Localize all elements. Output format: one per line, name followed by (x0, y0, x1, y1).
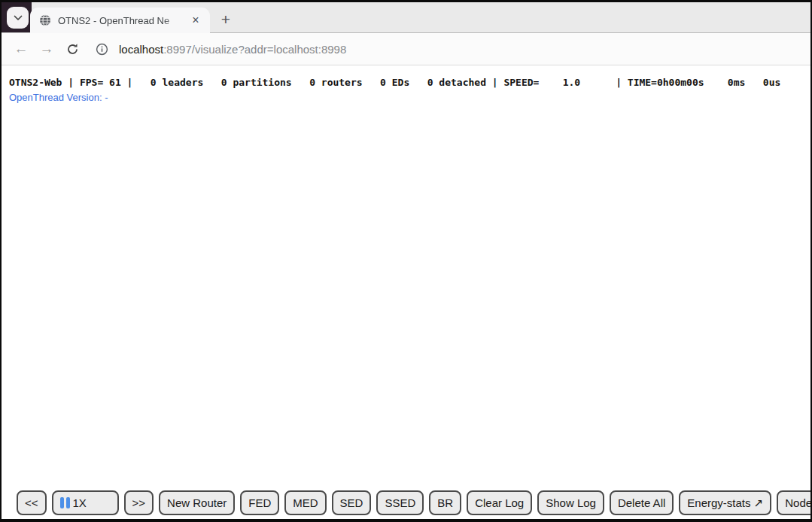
reload-button[interactable] (59, 36, 85, 62)
speed-button[interactable]: 1X (52, 490, 119, 515)
new-tab-button[interactable]: + (215, 8, 236, 29)
browser-tab[interactable]: OTNS2 - OpenThread Ne × (30, 8, 210, 33)
br-button[interactable]: BR (429, 490, 461, 515)
speed-up-button[interactable]: >> (124, 490, 154, 515)
speed-label: 1X (73, 496, 87, 509)
back-button[interactable]: ← (8, 36, 34, 62)
tab-title: OTNS2 - OpenThread Ne (58, 15, 188, 26)
info-icon (96, 43, 108, 56)
address-toolbar: ← → (2, 33, 810, 65)
simulator-action-bar: << 1X >> New Router FED MED SED SSED BR … (17, 490, 810, 515)
tab-close-button[interactable]: × (188, 13, 203, 28)
back-arrow-icon: ← (14, 41, 29, 57)
openthread-version-label: OpenThread Version: - (9, 92, 810, 103)
node-stats-button[interactable]: Node-stats ↗ (777, 490, 810, 515)
forward-arrow-icon: → (40, 41, 54, 57)
address-bar[interactable]: localhost:8997/visualize?addr=localhost:… (119, 43, 346, 56)
tab-strip: OTNS2 - OpenThread Ne × + (2, 2, 810, 33)
otns-canvas: OTNS2-Web | FPS= 61 | 0 leaders 0 partit… (2, 65, 810, 519)
url-host: localhost (119, 43, 163, 56)
show-log-button[interactable]: Show Log (537, 490, 604, 515)
ssed-button[interactable]: SSED (376, 490, 424, 515)
new-router-button[interactable]: New Router (159, 490, 235, 515)
clear-log-button[interactable]: Clear Log (467, 490, 532, 515)
simulator-status-line: OTNS2-Web | FPS= 61 | 0 leaders 0 partit… (9, 77, 810, 88)
globe-favicon-icon (39, 14, 51, 26)
sed-button[interactable]: SED (332, 490, 372, 515)
pause-icon (60, 497, 70, 508)
site-info-button[interactable] (91, 38, 112, 59)
delete-all-button[interactable]: Delete All (610, 490, 674, 515)
reload-icon (66, 43, 79, 56)
forward-button[interactable]: → (34, 36, 59, 62)
med-button[interactable]: MED (284, 490, 326, 515)
fed-button[interactable]: FED (240, 490, 279, 515)
tab-search-button[interactable] (7, 7, 29, 29)
chevron-down-icon (14, 12, 23, 23)
browser-window: OTNS2 - OpenThread Ne × + ← → (0, 0, 812, 522)
energy-stats-button[interactable]: Energy-stats ↗ (679, 490, 771, 515)
url-path: :8997/visualize?addr=localhost:8998 (163, 43, 346, 56)
speed-down-button[interactable]: << (17, 490, 47, 515)
